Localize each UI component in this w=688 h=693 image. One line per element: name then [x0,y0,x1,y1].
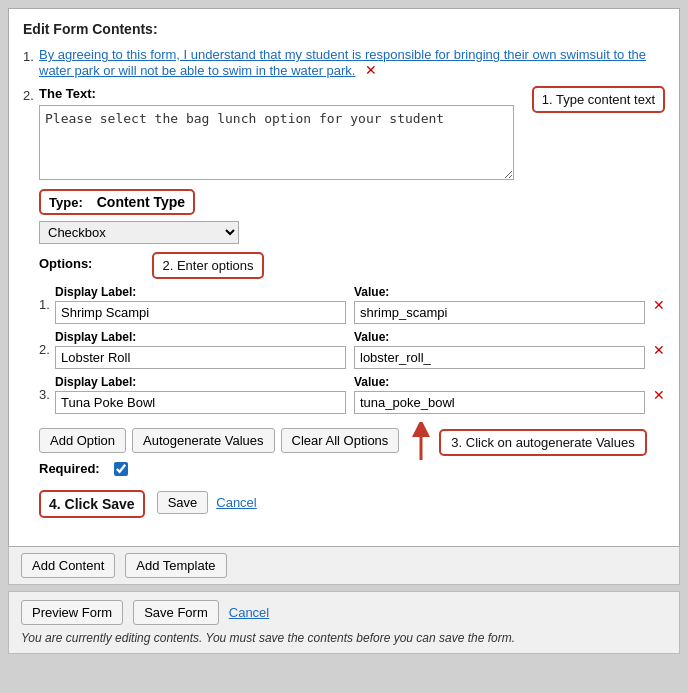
option3-num: 3. [39,387,55,402]
page-title: Edit Form Contents: [23,21,665,37]
preview-form-button[interactable]: Preview Form [21,600,123,625]
type-label: Type: [49,195,83,210]
section2-content: The Text: Please select the bag lunch op… [39,86,665,528]
section1-text: By agreeing to this form, I understand t… [39,47,646,78]
text-label-row: The Text: [39,86,514,101]
autogenerate-button[interactable]: Autogenerate Values [132,428,274,453]
option1-value-col: Value: [354,285,645,324]
the-text-label: The Text: [39,86,96,101]
option2-value-input[interactable] [354,346,645,369]
save-form-button[interactable]: Save Form [133,600,219,625]
clear-all-options-button[interactable]: Clear All Options [281,428,400,453]
option-row-2: 2. Display Label: Value: ✕ [39,330,665,369]
section1-row: 1. By agreeing to this form, I understan… [23,47,665,78]
buttons-autogen-area: Add Option Autogenerate Values Clear All… [39,420,665,484]
add-template-button[interactable]: Add Template [125,553,226,578]
text-field-area: The Text: Please select the bag lunch op… [39,86,514,183]
option2-delete-icon[interactable]: ✕ [653,342,665,358]
add-content-button[interactable]: Add Content [21,553,115,578]
option3-display-col: Display Label: [55,375,346,414]
add-option-button[interactable]: Add Option [39,428,126,453]
bottom-cancel-button[interactable]: Cancel [229,605,269,620]
section1-delete-icon[interactable]: ✕ [365,62,377,78]
autogen-callout-area: 3. Click on autogenerate Values [407,420,646,465]
option1-display-input[interactable] [55,301,346,324]
option2-num: 2. [39,342,55,357]
callout2-label: 2. Enter options [152,252,263,279]
click-save-callout-box: 4. Click Save [39,488,145,522]
option3-value-input[interactable] [354,391,645,414]
type-select[interactable]: Checkbox [39,221,239,244]
section2-num: 2. [23,88,39,103]
buttons-row: Add Option Autogenerate Values Clear All… [39,428,399,453]
callout2-box: 2. Enter options [152,252,263,279]
click-save-label: 4. Click Save [39,490,145,518]
main-container: Edit Form Contents: 1. By agreeing to th… [8,8,680,547]
type-select-wrap: Checkbox [39,219,665,244]
type-border-box: Type: Content Type [39,189,195,215]
required-row: Required: [39,461,399,476]
callout1-label: 1. Type content text [532,86,665,113]
option3-display-label: Display Label: [55,375,346,389]
section1-num: 1. [23,49,39,64]
option3-display-input[interactable] [55,391,346,414]
arrow-callout-row: 3. Click on autogenerate Values [407,420,646,465]
callout1-box: 1. Type content text [532,86,665,113]
option1-delete-icon[interactable]: ✕ [653,297,665,313]
red-arrow-icon [407,422,435,465]
add-content-bar: Add Content Add Template [8,547,680,585]
section1-content: By agreeing to this form, I understand t… [39,47,665,78]
option1-display-col: Display Label: [55,285,346,324]
cancel-button[interactable]: Cancel [216,495,256,510]
save-cancel-row: Save Cancel [157,491,257,514]
section2-row: 2. The Text: Please select the bag lunch… [23,86,665,528]
required-label: Required: [39,461,100,476]
type-section: Type: Content Type Checkbox [39,189,665,244]
buttons-left-col: Add Option Autogenerate Values Clear All… [39,420,399,484]
option1-value-input[interactable] [354,301,645,324]
bottom-note: You are currently editing contents. You … [21,631,667,645]
content-textarea[interactable]: Please select the bag lunch option for y… [39,105,514,180]
options-label: Options: [39,256,92,271]
autogen-callout-label: 3. Click on autogenerate Values [439,429,646,456]
option2-value-col: Value: [354,330,645,369]
option3-value-col: Value: [354,375,645,414]
save-section: 4. Click Save Save Cancel [39,488,665,522]
option-row-1: 1. Display Label: Value: ✕ [39,285,665,324]
option-row-3: 3. Display Label: Value: ✕ [39,375,665,414]
option1-display-label: Display Label: [55,285,346,299]
content-type-callout: Content Type [97,194,185,210]
option2-display-col: Display Label: [55,330,346,369]
option3-value-label: Value: [354,375,645,389]
option3-delete-icon[interactable]: ✕ [653,387,665,403]
option1-value-label: Value: [354,285,645,299]
option2-display-label: Display Label: [55,330,346,344]
save-button[interactable]: Save [157,491,209,514]
bottom-bar: Preview Form Save Form Cancel You are cu… [8,591,680,654]
options-header-row: Options: 2. Enter options [39,252,665,279]
option2-value-label: Value: [354,330,645,344]
option2-display-input[interactable] [55,346,346,369]
option1-num: 1. [39,297,55,312]
text-label-callout-wrap: The Text: Please select the bag lunch op… [39,86,665,183]
bottom-buttons-row: Preview Form Save Form Cancel [21,600,667,625]
options-area: Options: 2. Enter options 1. Display Lab… [39,252,665,522]
required-checkbox[interactable] [114,462,128,476]
